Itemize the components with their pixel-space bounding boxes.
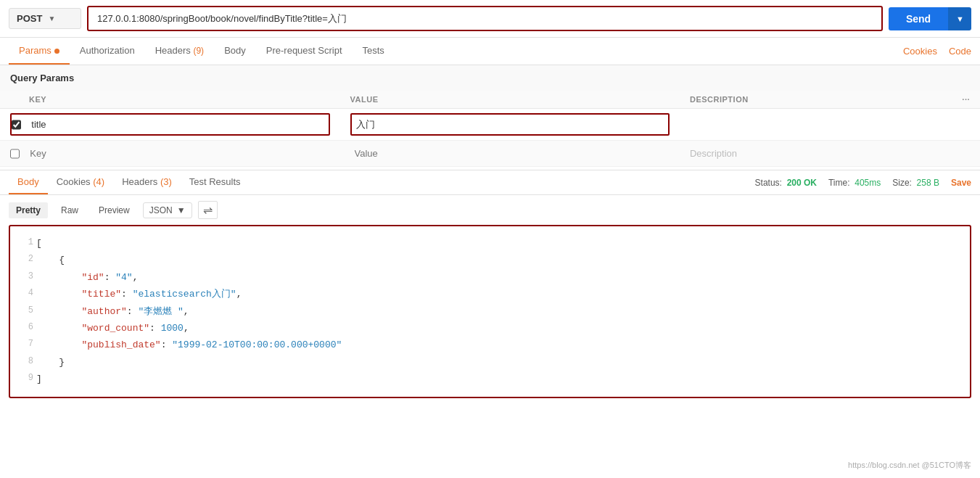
empty-desc-cell: Description [680,141,952,167]
code-link[interactable]: Code [949,46,971,57]
save-button[interactable]: Save [951,178,971,188]
tab-tests[interactable]: Tests [353,38,395,65]
status-value: 200 OK [787,178,817,188]
empty-key-input[interactable] [25,145,329,162]
request-tabs: Params Authorization Headers (9) Body Pr… [0,38,980,65]
json-line-9: 9 ] [10,371,970,387]
param-value-cell [340,109,680,141]
params-dot [54,49,59,54]
tab-authorization[interactable]: Authorization [70,38,145,65]
json-output: 1 [ 2 { 3 "id": "4", 4 "title": "elastic… [9,225,971,398]
table-row: Description [0,141,980,167]
tab-prerequest[interactable]: Pre-request Script [256,38,353,65]
param-value-box [350,113,670,136]
tab-params[interactable]: Params [9,38,70,65]
size-label: Size: 258 B [892,178,939,188]
response-tab-test-results[interactable]: Test Results [181,170,250,194]
format-chevron-icon: ▼ [177,205,186,215]
param-value-input[interactable] [352,116,668,133]
format-select-dropdown[interactable]: JSON ▼ [143,202,192,218]
json-line-1: 1 [ [10,235,970,252]
tabs-right: Cookies Code [903,46,971,57]
col-more: ··· [952,91,980,109]
empty-key-wrapper [10,145,330,162]
chevron-down-icon: ▼ [48,15,55,22]
url-input[interactable] [88,7,881,30]
json-line-2: 2 { [10,252,970,268]
param-more-cell [952,109,980,141]
send-dropdown-button[interactable]: ▼ [948,7,971,30]
empty-value-input[interactable] [350,145,670,162]
status-label: Status: 200 OK [755,178,817,188]
param-key-input[interactable] [27,116,328,133]
tab-body[interactable]: Body [214,38,256,65]
method-label: POST [17,13,42,24]
format-tab-pretty[interactable]: Pretty [9,202,48,218]
top-bar: POST ▼ Send ▼ [0,0,980,38]
json-line-5: 5 "author": "李燃燃 ", [10,303,970,320]
time-label: Time: 405ms [828,178,881,188]
response-tab-body[interactable]: Body [9,170,48,194]
cookies-link[interactable]: Cookies [903,46,937,57]
format-tab-raw[interactable]: Raw [54,202,86,218]
response-tab-cookies[interactable]: Cookies (4) [48,170,113,194]
json-line-4: 4 "title": "elasticsearch入门", [10,286,970,302]
table-row [0,109,980,141]
tab-headers[interactable]: Headers (9) [145,38,214,65]
send-btn-group: Send ▼ [889,7,971,30]
json-line-8: 8 } [10,354,970,371]
url-container [87,6,883,31]
format-row: Pretty Raw Preview JSON ▼ ⇌ [0,195,980,225]
params-table: KEY VALUE DESCRIPTION ··· [0,91,980,167]
size-value: 258 B [917,178,939,188]
format-tab-preview[interactable]: Preview [91,202,137,218]
query-params-header: Query Params [0,65,980,91]
send-button[interactable]: Send [889,7,948,30]
empty-more-cell [952,141,980,167]
response-tab-headers[interactable]: Headers (3) [113,170,181,194]
time-value: 405ms [855,178,881,188]
col-value: VALUE [340,91,680,109]
response-tabs-row: Body Cookies (4) Headers (3) Test Result… [0,170,980,195]
empty-value-cell [340,141,680,167]
col-key: KEY [0,91,340,109]
param-checkbox[interactable] [12,120,21,130]
json-line-6: 6 "word_count": 1000, [10,320,970,337]
param-desc-cell[interactable] [680,109,952,141]
response-status: Status: 200 OK Time: 405ms Size: 258 B S… [755,178,971,188]
param-key-box [10,113,330,136]
param-key-cell [0,109,340,141]
json-line-3: 3 "id": "4", [10,269,970,286]
json-line-7: 7 "publish_date": "1999-02-10T00:00:00.0… [10,337,970,353]
wrap-icon[interactable]: ⇌ [198,201,218,219]
empty-checkbox[interactable] [10,149,20,159]
col-description: DESCRIPTION [680,91,952,109]
method-dropdown[interactable]: POST ▼ [9,8,81,29]
empty-desc-placeholder: Description [690,148,737,159]
empty-key-cell [0,141,340,167]
